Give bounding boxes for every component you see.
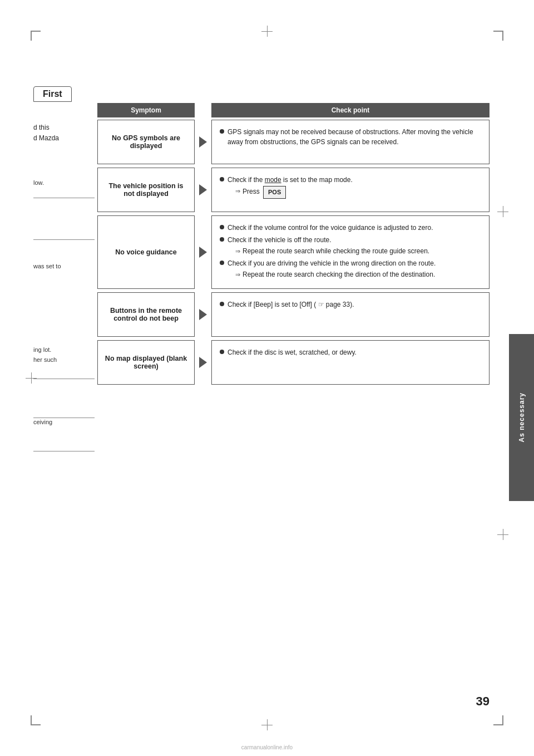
left-note-wasset: was set to — [33, 262, 97, 272]
check-item-gps-1: GPS signals may not be received because … — [220, 127, 481, 147]
arrow-right-icon — [199, 247, 207, 258]
table-row-position: The vehicle position is not displayed Ch… — [97, 168, 490, 212]
arrow-right-icon — [199, 184, 207, 195]
symptom-cell-buttons: Buttons in the remote control do not bee… — [97, 292, 195, 337]
main-content: Symptom Check point No GPS symbols are d… — [97, 103, 490, 689]
symptom-cell-voice: No voice guidance — [97, 215, 195, 289]
check-item-voice-1: Check if the volume control for the voic… — [220, 223, 481, 233]
check-item-buttons-1: Check if [Beep] is set to [Off] ( ☞ page… — [220, 300, 481, 310]
crosshair-right-top — [497, 206, 508, 217]
left-note-low: low. — [33, 178, 95, 188]
bullet-icon — [220, 177, 224, 181]
left-divider-2 — [33, 239, 95, 240]
corner-mark-br — [493, 715, 503, 725]
bullet-icon — [220, 350, 224, 354]
sub-item-voice-2: ⇒ Repeat the route search while checking… — [235, 246, 481, 256]
arrow-right-icon — [199, 136, 207, 148]
corner-mark-bl — [31, 715, 41, 725]
table-row-nomap: No map displayed (blank screen) Check if… — [97, 340, 490, 385]
bullet-icon — [220, 237, 224, 242]
symptom-cell-gps: No GPS symbols are displayed — [97, 120, 195, 164]
left-note-ceiving: ceiving — [33, 418, 97, 428]
check-cell-buttons: Check if [Beep] is set to [Off] ( ☞ page… — [211, 292, 490, 337]
arrow-nomap — [195, 340, 211, 385]
arrow-right-icon — [199, 357, 207, 368]
first-tab: First — [33, 86, 72, 102]
watermark: carmanualonline.info — [241, 744, 293, 750]
table-row-gps: No GPS symbols are displayed GPS signals… — [97, 120, 490, 164]
sub-item-voice-3: ⇒ Repeat the route search checking the d… — [235, 269, 481, 279]
check-item-position-1: Check if the mode is set to the map mode… — [220, 175, 481, 199]
check-item-voice-2: Check if the vehicle is off the route. ⇒… — [220, 235, 481, 256]
bullet-icon — [220, 225, 224, 229]
left-divider-5 — [33, 451, 95, 451]
check-cell-position: Check if the mode is set to the map mode… — [211, 168, 490, 212]
arrow-gps — [195, 120, 211, 164]
left-divider-3 — [33, 379, 95, 379]
left-note-inglot: ing lot. her such — [33, 345, 97, 365]
symptom-cell-nomap: No map displayed (blank screen) — [97, 340, 195, 385]
table-row-voice: No voice guidance Check if the volume co… — [97, 215, 490, 289]
page-number: 39 — [476, 694, 490, 709]
bullet-icon — [220, 129, 224, 134]
left-side-text: d this d Mazda — [33, 122, 59, 144]
arrow-position — [195, 168, 211, 212]
bullet-icon — [220, 261, 224, 265]
crosshair-right-bottom — [497, 529, 508, 540]
check-item-nomap-1: Check if the disc is wet, scratched, or … — [220, 347, 481, 357]
arrow-right-icon — [199, 309, 207, 320]
check-cell-gps: GPS signals may not be received because … — [211, 120, 490, 164]
crosshair-bottom — [261, 719, 273, 730]
table-header: Symptom Check point — [97, 103, 490, 117]
arrow-sub-icon: ⇒ — [235, 247, 240, 256]
check-cell-nomap: Check if the disc is wet, scratched, or … — [211, 340, 490, 385]
table-row-buttons: Buttons in the remote control do not bee… — [97, 292, 490, 337]
sidebar-as-necessary: As necessary — [509, 334, 534, 501]
arrow-sub-icon: ⇒ — [235, 270, 240, 279]
header-symptom: Symptom — [97, 103, 195, 117]
corner-mark-tl — [31, 31, 41, 41]
check-cell-voice: Check if the volume control for the voic… — [211, 215, 490, 289]
corner-mark-tr — [493, 31, 503, 41]
crosshair-top — [261, 26, 273, 37]
crosshair-left — [26, 372, 37, 384]
left-divider-1 — [33, 198, 95, 198]
sub-item-pos: ⇒ Press POS — [235, 186, 481, 199]
arrow-sub-icon: ⇒ — [235, 186, 240, 196]
bullet-icon — [220, 302, 224, 306]
header-check: Check point — [211, 103, 490, 117]
arrow-buttons — [195, 292, 211, 337]
pos-button[interactable]: POS — [263, 186, 286, 199]
arrow-voice — [195, 215, 211, 289]
check-item-voice-3: Check if you are driving the vehicle in … — [220, 258, 481, 279]
symptom-cell-position: The vehicle position is not displayed — [97, 168, 195, 212]
